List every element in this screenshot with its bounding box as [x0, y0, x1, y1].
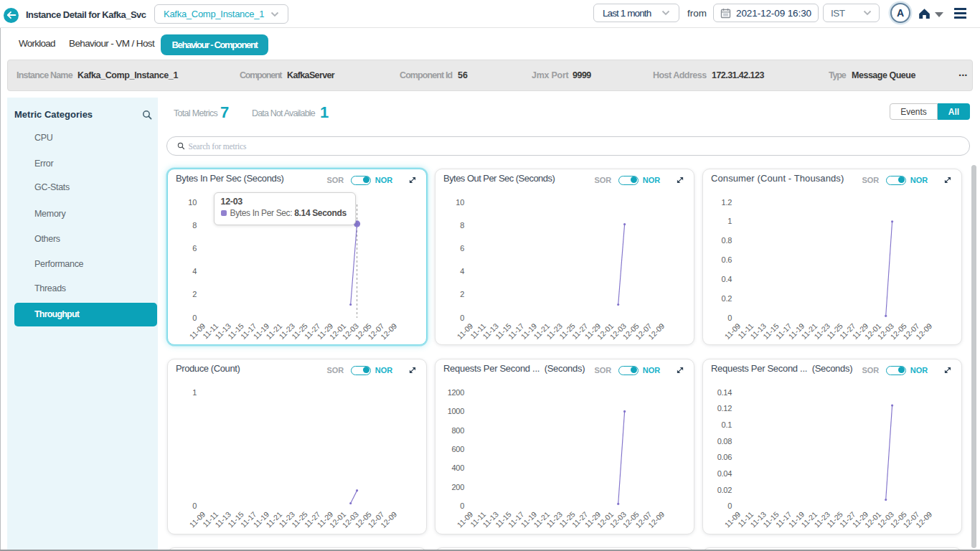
svg-text:0.1: 0.1: [722, 420, 732, 429]
svg-text:1: 1: [192, 388, 197, 397]
svg-text:0: 0: [460, 314, 464, 322]
svg-text:0: 0: [727, 501, 732, 510]
svg-text:0: 0: [727, 314, 732, 322]
svg-text:8: 8: [192, 221, 197, 230]
svg-text:600: 600: [452, 445, 465, 453]
svg-text:800: 800: [452, 426, 465, 435]
svg-text:1.2: 1.2: [722, 198, 732, 207]
svg-text:200: 200: [452, 483, 465, 491]
svg-text:0: 0: [192, 501, 197, 510]
svg-text:0.4: 0.4: [722, 275, 732, 283]
svg-text:2: 2: [192, 290, 197, 298]
svg-text:10: 10: [456, 198, 464, 207]
svg-text:1: 1: [727, 217, 732, 225]
svg-text:4: 4: [460, 267, 464, 276]
svg-text:400: 400: [452, 463, 465, 472]
svg-text:0: 0: [192, 314, 197, 322]
svg-text:0.04: 0.04: [717, 469, 732, 478]
svg-text:0.14: 0.14: [717, 388, 732, 397]
svg-text:4: 4: [192, 267, 197, 276]
svg-text:10: 10: [188, 198, 197, 207]
svg-text:0.8: 0.8: [722, 236, 732, 245]
svg-text:0.08: 0.08: [717, 437, 732, 446]
svg-text:0: 0: [460, 501, 464, 510]
svg-text:6: 6: [460, 244, 464, 253]
svg-text:0.2: 0.2: [722, 294, 732, 303]
svg-text:2: 2: [460, 290, 464, 298]
svg-text:1200: 1200: [448, 388, 464, 397]
svg-text:8: 8: [460, 221, 464, 230]
svg-text:1000: 1000: [448, 407, 464, 415]
svg-text:6: 6: [192, 244, 197, 253]
svg-text:0.02: 0.02: [717, 486, 732, 494]
svg-text:0.6: 0.6: [722, 255, 732, 264]
svg-text:0.06: 0.06: [717, 453, 732, 461]
svg-text:0.12: 0.12: [717, 404, 732, 413]
